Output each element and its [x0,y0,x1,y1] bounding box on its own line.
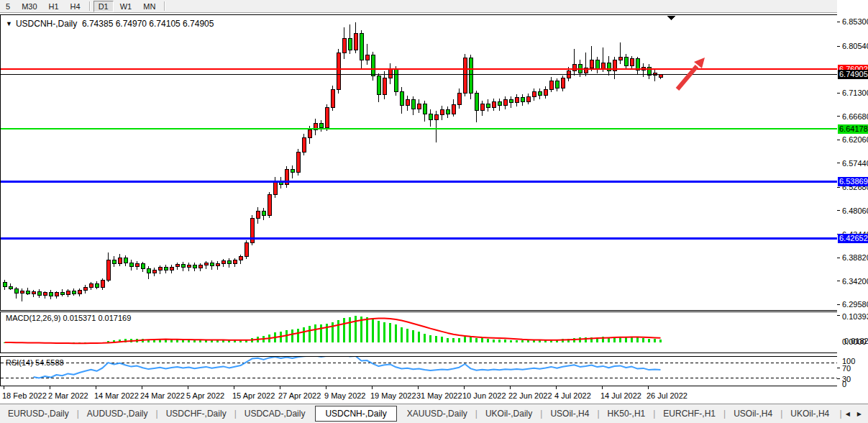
candle-body [417,104,421,109]
candle-body [561,78,565,88]
candle-body [532,91,536,96]
price-line-badge: 6.53869 [838,177,868,186]
rsi-indicator-pane[interactable]: RSI(14) 54.5588 [0,356,838,386]
macd-histogram-bar [527,340,529,342]
tab-usoil-h4[interactable]: USOil-,H4 [726,406,780,421]
candle-body [618,57,622,60]
candle-body [66,291,70,295]
macd-histogram-bar [343,318,345,342]
candle-body [521,98,524,102]
timeframe-button-d1[interactable]: D1 [93,1,114,12]
candle-body [285,170,288,185]
price-line-badge: 6.42652 [838,234,868,243]
tab-ukoil-daily[interactable]: UKOil-,Daily [478,406,540,421]
date-label: 24 Mar 2022 [140,391,185,400]
price-axis-label: 6.85300 [842,17,868,26]
price-chart-canvas[interactable] [1,15,837,310]
macd-label: MACD(12,26,9) 0.015371 0.017169 [6,314,131,322]
macd-axis-max-label: 0.103934 [842,312,868,321]
date-axis-tick [50,386,50,389]
symbol-dropdown-icon[interactable]: ▼ [6,20,12,27]
tab-xauusd-daily[interactable]: XAUUSD-,Daily [399,406,475,421]
tab-hk50-h1[interactable]: HK50-,H1 [600,406,654,421]
price-axis-label: 6.34200 [842,277,868,286]
candle-body [112,260,116,264]
tab-eurusd-daily[interactable]: EURUSD-,Daily [0,406,77,421]
candle-body [469,58,472,94]
chart-title: ▼USDCNH-,Daily 6.74385 6.74970 6.74105 6… [6,19,214,29]
candle-body [526,96,530,101]
macd-histogram-bar [458,338,460,342]
candle-body [273,181,277,195]
tab-eurchf-h1[interactable]: EURCHF-,H1 [655,406,723,421]
candle-body [452,104,455,114]
timeframe-button-mn[interactable]: MN [138,1,160,12]
candle-body [14,288,18,293]
candle-body [101,280,104,287]
tab-usdcad-daily[interactable]: USDCAD-,Daily [237,406,314,421]
tab-usdchf-daily[interactable]: USDCHF-,Daily [158,406,234,421]
macd-histogram-bar [320,324,322,342]
timeframe-button-m30[interactable]: M30 [17,1,42,12]
candle-body [411,99,415,109]
candle-body [440,109,444,114]
candle-body [457,94,461,105]
candle-body [9,287,12,289]
macd-indicator-pane[interactable]: MACD(12,26,9) 0.015371 0.017169 [0,311,838,353]
tab-scroll-right-icon[interactable]: ▶ [854,411,865,417]
price-chart-pane[interactable]: ▼USDCNH-,Daily 6.74385 6.74970 6.74105 6… [0,14,838,311]
toolbar-separator [164,1,165,11]
candle-body [181,264,185,267]
macd-histogram-bar [452,338,454,342]
candle-body [256,211,260,218]
candle-body [193,265,196,268]
candle-body [498,101,501,106]
candle-body [446,109,449,114]
date-label: 4 Jul 2022 [554,391,591,400]
candle-body [187,265,191,268]
price-axis-label: 6.62060 [842,135,868,144]
timeframe-button-h4[interactable]: H4 [65,1,86,12]
date-label: 10 Jun 2022 [462,391,506,400]
macd-histogram-bar [297,329,299,342]
trading-terminal-window: 5M30H1H4D1W1MN ▼USDCNH-,Daily 6.74385 6.… [0,0,868,423]
tab-audusd-daily[interactable]: AUDUSD-,Daily [79,406,156,421]
candle-body [49,293,52,296]
candle-body [406,99,409,106]
rsi-canvas[interactable] [1,357,837,386]
candle-body [89,284,93,287]
candle-body [607,63,611,71]
date-axis-tick [464,386,465,389]
macd-histogram-bar [326,324,328,343]
macd-histogram-bar [516,340,518,342]
candle-body [32,292,35,294]
tab-usoil-h4[interactable]: USOil-,H4 [542,406,597,421]
chart-symbol-label: USDCNH-,Daily [16,19,77,29]
chart-shift-marker-icon[interactable] [667,16,675,20]
macd-histogram-bar [378,321,380,342]
macd-histogram-bar [475,338,478,343]
tab-usdcnh-daily[interactable]: USDCNH-,Daily [315,406,396,422]
timeframe-button-w1[interactable]: W1 [115,1,137,12]
macd-histogram-bar [481,338,483,342]
tab-ukoil-h4[interactable]: UKOil-,H4 [782,406,837,421]
candle-body [83,287,87,290]
candle-body [239,257,242,260]
date-label: 18 Feb 2022 [2,391,47,400]
price-axis-label: 6.48060 [842,206,868,215]
candle-body [308,130,311,138]
price-axis-tick [837,187,840,188]
date-label: 26 Jul 2022 [647,391,687,400]
timeframe-button-5[interactable]: 5 [1,1,15,12]
price-axis[interactable]: 6.853006.805406.713006.666806.620606.574… [837,0,868,403]
candle-body [221,261,225,264]
candle-body [302,137,306,152]
date-axis[interactable]: 18 Feb 20222 Mar 202214 Mar 202224 Mar 2… [0,386,837,404]
candle-body [348,39,352,50]
tab-scroll-left-icon[interactable]: ◀ [842,411,854,417]
candle-body [383,78,386,95]
price-axis-tick [837,304,840,305]
timeframe-button-h1[interactable]: H1 [44,1,64,12]
candle-body [659,75,662,78]
trend-arrow-icon[interactable] [677,58,705,89]
